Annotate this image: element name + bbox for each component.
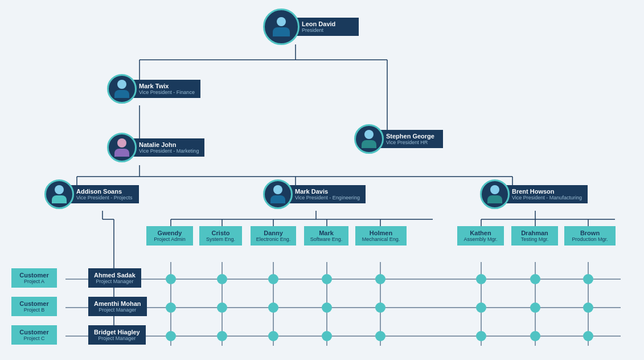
dot-ahmed-danny <box>268 274 278 284</box>
dot-bridget-gwendy <box>166 331 176 341</box>
avatar-stephen <box>354 124 384 154</box>
dot-bridget-danny <box>268 331 278 341</box>
dot-ahmed-kathen <box>476 274 486 284</box>
infobox-mark-twix: Mark Twix Vice President - Finance <box>133 80 200 98</box>
avatar-addison <box>44 179 74 209</box>
infobox-stephen: Stephen George Vice President HR <box>380 130 443 148</box>
node-leon: Leon David President <box>263 9 359 45</box>
dept-drahman: Drahman Testing Mgr. <box>511 226 558 246</box>
danny-name: Danny <box>255 230 292 236</box>
addison-title: Vice President - Projects <box>76 195 133 201</box>
customer-c-name: Customer <box>17 329 51 336</box>
dept-cristo: Cristo System Eng. <box>199 226 242 246</box>
dot-bridget-brown <box>583 331 593 341</box>
dot-ahmed-mark <box>322 274 332 284</box>
dot-bridget-holmen <box>375 331 385 341</box>
customer-a: Customer Project A <box>11 268 57 288</box>
dot-amenthi-gwendy <box>166 302 176 313</box>
infobox-addison: Addison Soans Vice President - Projects <box>71 185 139 203</box>
dot-ahmed-gwendy <box>166 274 176 284</box>
dot-bridget-drahman <box>530 331 540 341</box>
pm-ahmed: Ahmed Sadak Project Manager <box>88 268 141 288</box>
dept-gwendy: Gwendy Project Admin <box>146 226 193 246</box>
mark-davis-title: Vice President - Engineering <box>295 195 360 201</box>
dot-bridget-mark <box>322 331 332 341</box>
dept-mark-se: Mark Software Eng. <box>304 226 348 246</box>
dot-amenthi-drahman <box>530 302 540 313</box>
dot-amenthi-cristo <box>217 302 227 313</box>
mark-se-title: Software Eng. <box>309 236 344 242</box>
infobox-leon: Leon David President <box>296 18 359 36</box>
node-addison: Addison Soans Vice President - Projects <box>44 179 139 209</box>
node-natalie: Natalie John Vice President - Marketing <box>107 133 204 162</box>
infobox-mark-davis: Mark Davis Vice President - Engineering <box>289 185 366 203</box>
kathen-name: Kathen <box>462 230 499 236</box>
pm-bridget: Bridget Hiagley Project Manager <box>88 325 146 345</box>
dept-danny: Danny Electronic Eng. <box>251 226 296 246</box>
gwendy-name: Gwendy <box>151 230 188 236</box>
node-stephen: Stephen George Vice President HR <box>354 124 443 154</box>
mark-twix-title: Vice President - Finance <box>139 89 195 95</box>
avatar-leon <box>263 9 300 45</box>
customer-a-name: Customer <box>17 272 51 279</box>
bridget-title: Project Manager <box>94 336 140 341</box>
dot-amenthi-kathen <box>476 302 486 313</box>
dept-kathen: Kathen Assembly Mgr. <box>457 226 504 246</box>
mark-se-name: Mark <box>309 230 344 236</box>
stephen-name: Stephen George <box>386 133 437 140</box>
bridget-name: Bridget Hiagley <box>94 329 140 336</box>
customer-c: Customer Project C <box>11 325 57 345</box>
brown-title: Production Mgr. <box>569 236 611 242</box>
dot-amenthi-holmen <box>375 302 385 313</box>
cristo-title: System Eng. <box>204 236 237 242</box>
infobox-brent: Brent Howson Vice President - Manufactur… <box>506 185 588 203</box>
amenthi-name: Amenthi Mohan <box>94 300 141 307</box>
dot-amenthi-mark <box>322 302 332 313</box>
dept-brown: Brown Production Mgr. <box>564 226 616 246</box>
node-mark-twix: Mark Twix Vice President - Finance <box>107 74 200 104</box>
natalie-name: Natalie John <box>139 141 199 148</box>
leon-title: President <box>302 27 353 33</box>
dot-ahmed-cristo <box>217 274 227 284</box>
kathen-title: Assembly Mgr. <box>462 236 499 242</box>
node-mark-davis: Mark Davis Vice President - Engineering <box>263 179 366 209</box>
gwendy-title: Project Admin <box>151 236 188 242</box>
addison-name: Addison Soans <box>76 188 133 195</box>
pm-amenthi: Amenthi Mohan Project Manager <box>88 297 147 316</box>
avatar-mark-davis <box>263 179 293 209</box>
customer-c-title: Project C <box>17 336 51 341</box>
mark-davis-name: Mark Davis <box>295 188 360 195</box>
dot-bridget-cristo <box>217 331 227 341</box>
dot-bridget-kathen <box>476 331 486 341</box>
dot-amenthi-brown <box>583 302 593 313</box>
dept-holmen: Holmen Mechanical Eng. <box>355 226 407 246</box>
natalie-title: Vice President - Marketing <box>139 148 199 154</box>
dot-ahmed-drahman <box>530 274 540 284</box>
brent-title: Vice President - Manufacturing <box>512 195 582 201</box>
leon-name: Leon David <box>302 21 353 27</box>
dot-ahmed-holmen <box>375 274 385 284</box>
dot-ahmed-brown <box>583 274 593 284</box>
customer-b-title: Project B <box>17 307 51 313</box>
brent-name: Brent Howson <box>512 188 582 195</box>
danny-title: Electronic Eng. <box>255 236 292 242</box>
holmen-title: Mechanical Eng. <box>360 236 402 242</box>
avatar-natalie <box>107 133 137 162</box>
stephen-title: Vice President HR <box>386 140 437 145</box>
org-chart: Leon David President Mark Twix Vice Pres… <box>0 0 644 360</box>
avatar-brent <box>480 179 510 209</box>
brown-name: Brown <box>569 230 611 236</box>
customer-b: Customer Project B <box>11 297 57 316</box>
infobox-natalie: Natalie John Vice President - Marketing <box>133 138 204 157</box>
avatar-mark-twix <box>107 74 137 104</box>
customer-b-name: Customer <box>17 300 51 307</box>
drahman-title: Testing Mgr. <box>516 236 553 242</box>
holmen-name: Holmen <box>360 230 402 236</box>
ahmed-title: Project Manager <box>94 279 136 284</box>
cristo-name: Cristo <box>204 230 237 236</box>
mark-twix-name: Mark Twix <box>139 83 195 89</box>
drahman-name: Drahman <box>516 230 553 236</box>
node-brent: Brent Howson Vice President - Manufactur… <box>480 179 588 209</box>
ahmed-name: Ahmed Sadak <box>94 272 136 279</box>
amenthi-title: Project Manager <box>94 307 141 313</box>
